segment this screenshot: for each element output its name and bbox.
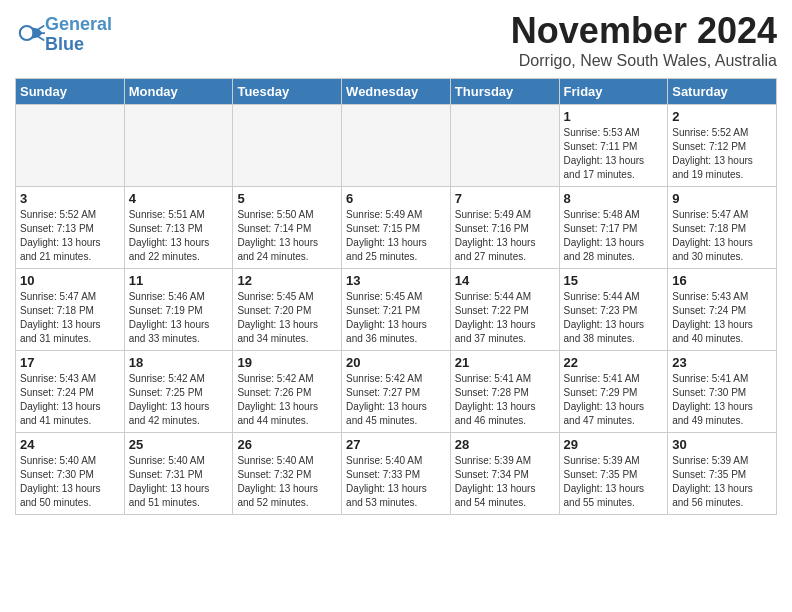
day-number: 11 — [129, 273, 229, 288]
day-detail: Sunrise: 5:49 AM Sunset: 7:15 PM Dayligh… — [346, 208, 446, 264]
day-detail: Sunrise: 5:39 AM Sunset: 7:35 PM Dayligh… — [672, 454, 772, 510]
month-title: November 2024 — [511, 10, 777, 52]
calendar-cell: 6Sunrise: 5:49 AM Sunset: 7:15 PM Daylig… — [342, 187, 451, 269]
day-detail: Sunrise: 5:41 AM Sunset: 7:30 PM Dayligh… — [672, 372, 772, 428]
day-detail: Sunrise: 5:44 AM Sunset: 7:22 PM Dayligh… — [455, 290, 555, 346]
day-detail: Sunrise: 5:47 AM Sunset: 7:18 PM Dayligh… — [20, 290, 120, 346]
calendar-cell: 14Sunrise: 5:44 AM Sunset: 7:22 PM Dayli… — [450, 269, 559, 351]
calendar-cell: 29Sunrise: 5:39 AM Sunset: 7:35 PM Dayli… — [559, 433, 668, 515]
day-number: 7 — [455, 191, 555, 206]
day-number: 26 — [237, 437, 337, 452]
day-number: 21 — [455, 355, 555, 370]
day-header-wednesday: Wednesday — [342, 79, 451, 105]
svg-point-0 — [20, 26, 34, 40]
day-detail: Sunrise: 5:40 AM Sunset: 7:31 PM Dayligh… — [129, 454, 229, 510]
calendar-cell: 27Sunrise: 5:40 AM Sunset: 7:33 PM Dayli… — [342, 433, 451, 515]
day-number: 9 — [672, 191, 772, 206]
calendar-cell: 30Sunrise: 5:39 AM Sunset: 7:35 PM Dayli… — [668, 433, 777, 515]
calendar-cell: 26Sunrise: 5:40 AM Sunset: 7:32 PM Dayli… — [233, 433, 342, 515]
day-number: 22 — [564, 355, 664, 370]
calendar-week-row: 24Sunrise: 5:40 AM Sunset: 7:30 PM Dayli… — [16, 433, 777, 515]
calendar-cell: 12Sunrise: 5:45 AM Sunset: 7:20 PM Dayli… — [233, 269, 342, 351]
calendar-cell: 28Sunrise: 5:39 AM Sunset: 7:34 PM Dayli… — [450, 433, 559, 515]
day-detail: Sunrise: 5:43 AM Sunset: 7:24 PM Dayligh… — [672, 290, 772, 346]
day-header-friday: Friday — [559, 79, 668, 105]
day-detail: Sunrise: 5:40 AM Sunset: 7:33 PM Dayligh… — [346, 454, 446, 510]
day-number: 5 — [237, 191, 337, 206]
calendar-cell: 10Sunrise: 5:47 AM Sunset: 7:18 PM Dayli… — [16, 269, 125, 351]
day-detail: Sunrise: 5:41 AM Sunset: 7:28 PM Dayligh… — [455, 372, 555, 428]
calendar-week-row: 10Sunrise: 5:47 AM Sunset: 7:18 PM Dayli… — [16, 269, 777, 351]
calendar-cell: 5Sunrise: 5:50 AM Sunset: 7:14 PM Daylig… — [233, 187, 342, 269]
day-number: 12 — [237, 273, 337, 288]
calendar-cell: 17Sunrise: 5:43 AM Sunset: 7:24 PM Dayli… — [16, 351, 125, 433]
calendar-cell: 7Sunrise: 5:49 AM Sunset: 7:16 PM Daylig… — [450, 187, 559, 269]
day-detail: Sunrise: 5:51 AM Sunset: 7:13 PM Dayligh… — [129, 208, 229, 264]
calendar-week-row: 1Sunrise: 5:53 AM Sunset: 7:11 PM Daylig… — [16, 105, 777, 187]
day-number: 13 — [346, 273, 446, 288]
calendar-cell — [16, 105, 125, 187]
day-detail: Sunrise: 5:46 AM Sunset: 7:19 PM Dayligh… — [129, 290, 229, 346]
calendar-week-row: 17Sunrise: 5:43 AM Sunset: 7:24 PM Dayli… — [16, 351, 777, 433]
day-number: 29 — [564, 437, 664, 452]
calendar-cell — [233, 105, 342, 187]
day-detail: Sunrise: 5:39 AM Sunset: 7:35 PM Dayligh… — [564, 454, 664, 510]
day-header-saturday: Saturday — [668, 79, 777, 105]
day-detail: Sunrise: 5:42 AM Sunset: 7:25 PM Dayligh… — [129, 372, 229, 428]
day-number: 14 — [455, 273, 555, 288]
calendar-cell: 24Sunrise: 5:40 AM Sunset: 7:30 PM Dayli… — [16, 433, 125, 515]
day-detail: Sunrise: 5:52 AM Sunset: 7:12 PM Dayligh… — [672, 126, 772, 182]
calendar-cell: 2Sunrise: 5:52 AM Sunset: 7:12 PM Daylig… — [668, 105, 777, 187]
logo: General Blue — [15, 15, 112, 55]
day-detail: Sunrise: 5:40 AM Sunset: 7:30 PM Dayligh… — [20, 454, 120, 510]
calendar-cell: 18Sunrise: 5:42 AM Sunset: 7:25 PM Dayli… — [124, 351, 233, 433]
calendar-cell: 13Sunrise: 5:45 AM Sunset: 7:21 PM Dayli… — [342, 269, 451, 351]
day-number: 8 — [564, 191, 664, 206]
day-detail: Sunrise: 5:40 AM Sunset: 7:32 PM Dayligh… — [237, 454, 337, 510]
day-detail: Sunrise: 5:49 AM Sunset: 7:16 PM Dayligh… — [455, 208, 555, 264]
calendar-cell: 8Sunrise: 5:48 AM Sunset: 7:17 PM Daylig… — [559, 187, 668, 269]
calendar-cell: 11Sunrise: 5:46 AM Sunset: 7:19 PM Dayli… — [124, 269, 233, 351]
logo-text: General Blue — [45, 15, 112, 55]
day-header-sunday: Sunday — [16, 79, 125, 105]
day-number: 30 — [672, 437, 772, 452]
day-number: 19 — [237, 355, 337, 370]
calendar-cell: 3Sunrise: 5:52 AM Sunset: 7:13 PM Daylig… — [16, 187, 125, 269]
day-number: 4 — [129, 191, 229, 206]
day-detail: Sunrise: 5:43 AM Sunset: 7:24 PM Dayligh… — [20, 372, 120, 428]
day-detail: Sunrise: 5:39 AM Sunset: 7:34 PM Dayligh… — [455, 454, 555, 510]
day-number: 1 — [564, 109, 664, 124]
calendar-cell: 20Sunrise: 5:42 AM Sunset: 7:27 PM Dayli… — [342, 351, 451, 433]
day-detail: Sunrise: 5:45 AM Sunset: 7:20 PM Dayligh… — [237, 290, 337, 346]
day-number: 18 — [129, 355, 229, 370]
day-detail: Sunrise: 5:42 AM Sunset: 7:26 PM Dayligh… — [237, 372, 337, 428]
calendar-cell: 25Sunrise: 5:40 AM Sunset: 7:31 PM Dayli… — [124, 433, 233, 515]
day-number: 17 — [20, 355, 120, 370]
calendar-table: SundayMondayTuesdayWednesdayThursdayFrid… — [15, 78, 777, 515]
calendar-cell — [342, 105, 451, 187]
calendar-cell: 15Sunrise: 5:44 AM Sunset: 7:23 PM Dayli… — [559, 269, 668, 351]
day-header-tuesday: Tuesday — [233, 79, 342, 105]
calendar-cell: 23Sunrise: 5:41 AM Sunset: 7:30 PM Dayli… — [668, 351, 777, 433]
day-number: 25 — [129, 437, 229, 452]
day-detail: Sunrise: 5:50 AM Sunset: 7:14 PM Dayligh… — [237, 208, 337, 264]
calendar-cell: 16Sunrise: 5:43 AM Sunset: 7:24 PM Dayli… — [668, 269, 777, 351]
day-detail: Sunrise: 5:52 AM Sunset: 7:13 PM Dayligh… — [20, 208, 120, 264]
day-number: 3 — [20, 191, 120, 206]
day-detail: Sunrise: 5:47 AM Sunset: 7:18 PM Dayligh… — [672, 208, 772, 264]
title-area: November 2024 Dorrigo, New South Wales, … — [511, 10, 777, 70]
calendar-cell: 1Sunrise: 5:53 AM Sunset: 7:11 PM Daylig… — [559, 105, 668, 187]
location-title: Dorrigo, New South Wales, Australia — [511, 52, 777, 70]
calendar-cell: 22Sunrise: 5:41 AM Sunset: 7:29 PM Dayli… — [559, 351, 668, 433]
day-number: 16 — [672, 273, 772, 288]
day-header-monday: Monday — [124, 79, 233, 105]
day-number: 27 — [346, 437, 446, 452]
day-detail: Sunrise: 5:44 AM Sunset: 7:23 PM Dayligh… — [564, 290, 664, 346]
day-detail: Sunrise: 5:42 AM Sunset: 7:27 PM Dayligh… — [346, 372, 446, 428]
calendar-cell: 4Sunrise: 5:51 AM Sunset: 7:13 PM Daylig… — [124, 187, 233, 269]
page-header: General Blue November 2024 Dorrigo, New … — [15, 10, 777, 70]
calendar-cell: 9Sunrise: 5:47 AM Sunset: 7:18 PM Daylig… — [668, 187, 777, 269]
day-number: 2 — [672, 109, 772, 124]
day-detail: Sunrise: 5:45 AM Sunset: 7:21 PM Dayligh… — [346, 290, 446, 346]
calendar-cell: 21Sunrise: 5:41 AM Sunset: 7:28 PM Dayli… — [450, 351, 559, 433]
